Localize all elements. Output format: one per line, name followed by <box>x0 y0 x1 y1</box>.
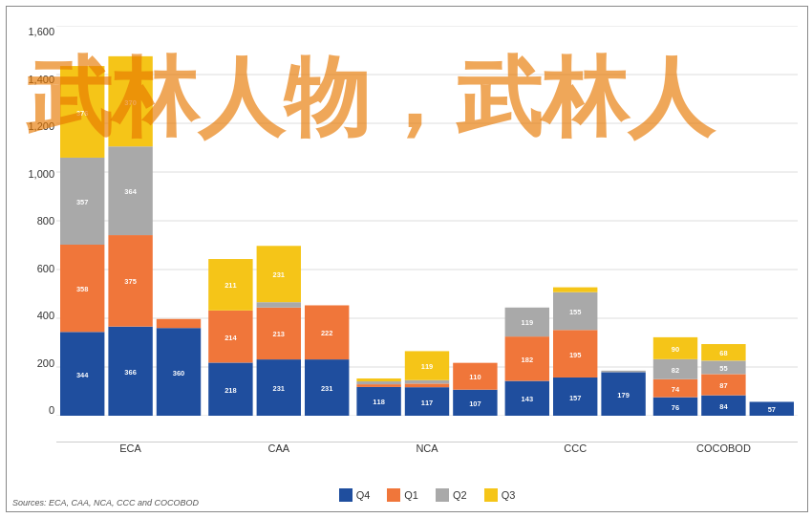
bar-segment-NCA-2020/21-Q3 <box>356 378 400 381</box>
bar-segment-NCA-2020/21-Q2 <box>356 381 400 384</box>
bar-label-NCA-2021/22-Q3: 119 <box>421 362 434 371</box>
legend-swatch-Q3 <box>484 488 498 502</box>
y-axis-label: 400 <box>37 310 54 321</box>
group-name-CAA: CAA <box>204 442 353 454</box>
group-name-CCC: CCC <box>502 442 650 454</box>
bar-segment-CCC-2022/23-Q2 <box>601 371 645 373</box>
bar-label-COCOBOD-2021/22-Q2: 55 <box>719 364 727 373</box>
bar-label-ECA-2020/21-Q3: 376 <box>76 109 89 118</box>
bar-label-CAA-2020/21-Q4: 218 <box>224 386 237 395</box>
bar-label-ECA-2020/21-Q2: 357 <box>76 198 89 206</box>
bar-label-ECA-2021/22-Q3: 370 <box>124 98 137 107</box>
y-axis-label: 600 <box>37 263 54 274</box>
bar-segment-ECA-2022/23-Q1 <box>157 319 201 328</box>
sources-text: Sources: ECA, CAA, NCA, CCC and COCOBOD <box>12 498 199 507</box>
bar-label-CAA-2021/22-Q3: 231 <box>273 270 286 279</box>
bar-label-CCC-2021/22-Q1: 195 <box>569 351 582 359</box>
legend-label-Q2: Q2 <box>453 489 467 501</box>
legend-label-Q1: Q1 <box>404 489 418 501</box>
group-name-COCOBOD: COCOBOD <box>650 442 798 454</box>
bar-label-ECA-2020/21-Q4: 344 <box>76 371 89 379</box>
bar-label-COCOBOD-2021/22-Q3: 68 <box>719 349 727 357</box>
group-name-NCA: NCA <box>353 442 501 454</box>
legend-item: Q4 <box>339 488 371 502</box>
bar-label-CCC-2020/21-Q1: 182 <box>522 356 534 364</box>
bar-label-CCC-2021/22-Q4: 157 <box>569 393 582 401</box>
bar-label-CAA-2022/23-Q4: 231 <box>321 384 333 393</box>
bar-label-COCOBOD-2022/23-Q4: 57 <box>768 405 776 414</box>
legend-label-Q4: Q4 <box>356 489 371 501</box>
bar-label-NCA-2022/23-Q1: 110 <box>469 373 481 381</box>
bar-label-CAA-2022/23-Q1: 222 <box>321 329 333 337</box>
bar-label-CAA-2020/21-Q1: 214 <box>224 334 237 342</box>
bar-label-NCA-2020/21-Q4: 118 <box>373 398 385 406</box>
y-axis-label: 1,400 <box>28 74 54 85</box>
bar-label-NCA-2022/23-Q4: 107 <box>469 399 481 408</box>
bar-label-COCOBOD-2020/21-Q4: 76 <box>672 403 679 412</box>
bar-label-COCOBOD-2021/22-Q4: 84 <box>719 402 728 411</box>
y-axis-label: 1,000 <box>28 168 54 180</box>
bar-label-COCOBOD-2020/21-Q1: 74 <box>672 385 680 394</box>
chart-container: 武林人物，武林人 1,6001,4001,2001,00080060040020… <box>6 6 808 512</box>
bar-label-NCA-2021/22-Q4: 117 <box>421 399 434 407</box>
bar-label-ECA-2021/22-Q2: 364 <box>124 187 137 196</box>
bar-segment-NCA-2021/22-Q2 <box>405 380 449 384</box>
bar-segment-NCA-2020/21-Q1 <box>356 384 400 387</box>
bar-label-CCC-2020/21-Q2: 119 <box>522 318 534 327</box>
bar-segment-CCC-2021/22-Q3 <box>553 288 597 292</box>
group-name-ECA: ECA <box>56 442 204 454</box>
bar-label-ECA-2022/23-Q4: 360 <box>173 369 185 378</box>
bar-label-COCOBOD-2020/21-Q2: 82 <box>672 366 679 375</box>
y-axis-labels: 1,6001,4001,2001,0008006004002000 <box>11 26 54 416</box>
chart-divider <box>56 442 798 442</box>
y-axis-label: 1,200 <box>28 120 54 132</box>
legend-item: Q2 <box>436 488 467 502</box>
legend-swatch-Q1 <box>387 488 400 502</box>
bar-label-ECA-2021/22-Q1: 375 <box>124 277 137 286</box>
bar-segment-NCA-2021/22-Q1 <box>405 383 449 387</box>
bar-segment-CAA-2021/22-Q2 <box>257 302 301 308</box>
legend-item: Q1 <box>387 488 418 502</box>
bar-label-CCC-2021/22-Q2: 155 <box>569 308 582 316</box>
bar-label-COCOBOD-2020/21-Q3: 90 <box>672 345 679 354</box>
legend-swatch-Q2 <box>436 488 449 502</box>
bar-label-CAA-2021/22-Q1: 213 <box>273 330 286 338</box>
bar-label-CCC-2020/21-Q4: 143 <box>522 395 534 403</box>
legend-swatch-Q4 <box>339 488 353 502</box>
y-axis-label: 0 <box>49 404 54 416</box>
y-axis-label: 800 <box>37 215 54 227</box>
bar-label-CCC-2022/23-Q4: 179 <box>617 391 630 399</box>
legend-label-Q3: Q3 <box>502 489 516 501</box>
y-axis-label: 1,600 <box>28 26 54 37</box>
bar-label-ECA-2020/21-Q1: 358 <box>76 285 89 293</box>
bar-label-COCOBOD-2021/22-Q1: 87 <box>719 381 727 390</box>
y-axis-label: 200 <box>37 357 54 369</box>
bar-label-CAA-2020/21-Q3: 211 <box>224 281 237 290</box>
group-name-area: ECACAANCACCCCOCOBOD <box>56 442 798 454</box>
bar-label-CAA-2021/22-Q4: 231 <box>273 384 286 393</box>
chart-svg: 3443583573763663753643703602182142112312… <box>56 26 798 416</box>
bar-label-ECA-2021/22-Q4: 366 <box>124 368 137 377</box>
legend-item: Q3 <box>484 488 516 502</box>
